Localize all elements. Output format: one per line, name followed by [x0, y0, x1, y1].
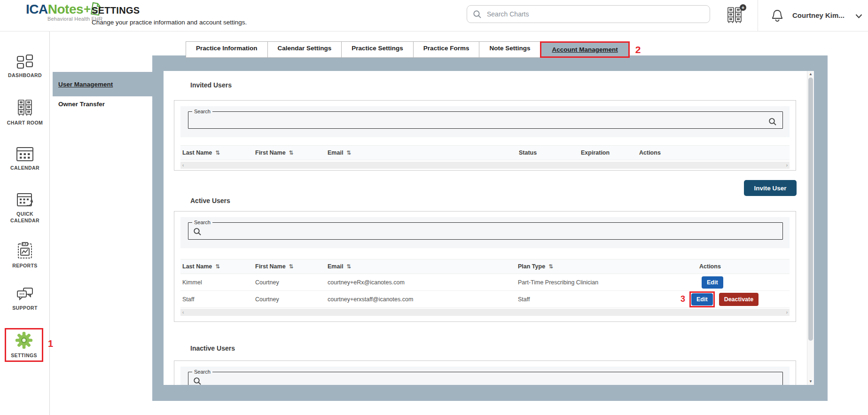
page-subtitle: Change your practice information and acc… — [92, 19, 247, 26]
reports-icon — [17, 242, 33, 259]
column-header: Last Name — [182, 149, 212, 156]
sort-icon[interactable]: ⇅ — [289, 263, 294, 270]
active-users-header-row: Last Name⇅ First Name⇅ Email⇅ Plan Type⇅… — [180, 259, 790, 274]
column-header: Status — [519, 149, 537, 156]
column-header: Expiration — [581, 149, 610, 156]
invite-user-button[interactable]: Invite User — [744, 180, 797, 196]
tab-calendar-settings[interactable]: Calendar Settings — [267, 41, 342, 58]
user-menu[interactable]: Courtney Kim... — [792, 11, 845, 19]
header-divider — [758, 0, 758, 31]
scrollbar-thumb[interactable] — [808, 78, 813, 341]
tab-note-settings[interactable]: Note Settings — [479, 41, 540, 58]
sidebar-item-label: CALENDAR — [7, 164, 43, 171]
inactive-users-heading: Inactive Users — [190, 345, 235, 352]
tab-account-management[interactable]: Account Management — [541, 43, 628, 56]
sidebar-item-settings[interactable]: SETTINGS — [0, 331, 49, 359]
chevron-down-icon[interactable] — [855, 14, 862, 19]
annotation-step-2: 2 — [635, 44, 641, 55]
inactive-search-input[interactable]: Search — [188, 369, 783, 385]
column-header: First Name — [255, 149, 286, 156]
sidebar-item-support[interactable]: SUPPORT — [0, 287, 50, 311]
cell-last-name: Staff — [182, 291, 194, 307]
cell-plan-type: Part-Time Prescribing Clinician — [518, 274, 598, 290]
sort-icon[interactable]: ⇅ — [548, 263, 553, 270]
inactive-search-area: Search — [180, 367, 790, 385]
settings-tabs: Practice Information Calendar Settings P… — [186, 41, 641, 58]
tab-practice-settings[interactable]: Practice Settings — [341, 41, 414, 58]
logo-wordmark: ICANotes+ — [26, 3, 102, 16]
sort-icon[interactable]: ⇅ — [346, 263, 351, 270]
sidebar-item-reports[interactable]: REPORTS — [0, 242, 50, 269]
sidebar-item-label: SETTINGS — [6, 352, 42, 359]
quick-calendar-icon — [16, 192, 34, 208]
sidebar-item-chart-room[interactable]: CHART ROOM — [0, 99, 50, 126]
sort-icon[interactable]: ⇅ — [215, 149, 220, 156]
notifications-bell-icon[interactable] — [770, 7, 785, 22]
card-vertical-scrollbar[interactable]: ▲ ▼ — [807, 71, 814, 385]
scroll-down-icon[interactable]: ▼ — [807, 379, 814, 384]
gear-icon — [15, 331, 33, 349]
search-icon — [768, 117, 777, 126]
column-header: Actions — [639, 149, 661, 156]
active-search-input[interactable]: Search — [188, 220, 783, 240]
top-bar: ICANotes+ Behavioral Health EHR SETTINGS… — [0, 0, 868, 31]
icanotes-logo[interactable]: ICANotes+ Behavioral Health EHR — [26, 3, 102, 22]
invited-users-table: Search Last Name⇅ First Name⇅ Email⇅ Sta… — [174, 100, 796, 171]
edit-button[interactable]: Edit — [691, 293, 713, 305]
sidebar-item-calendar[interactable]: CALENDAR — [0, 146, 50, 171]
main-sidebar: DASHBOARD CHART ROOM — [0, 31, 50, 415]
invited-users-heading: Invited Users — [190, 81, 232, 89]
scroll-up-icon[interactable]: ▲ — [807, 72, 814, 77]
sort-icon[interactable]: ⇅ — [346, 149, 351, 156]
annotation-step-3: 3 — [680, 294, 685, 304]
search-field-label: Search — [192, 109, 212, 114]
chat-bubbles-icon — [16, 287, 34, 302]
page-title: SETTINGS — [92, 5, 247, 16]
dashboard-icon — [16, 54, 33, 69]
scroll-right-icon[interactable]: › — [786, 309, 788, 315]
deactivate-button[interactable]: Deactivate — [719, 293, 759, 306]
tab-practice-information[interactable]: Practice Information — [186, 41, 268, 58]
cell-actions: Edit — [702, 274, 723, 290]
sidebar-item-quick-calendar[interactable]: QUICK CALENDAR — [0, 192, 50, 224]
sidebar-item-label: SUPPORT — [7, 305, 43, 311]
page-header: SETTINGS Change your practice informatio… — [92, 5, 247, 26]
active-horizontal-scrollbar[interactable]: ‹ › — [180, 309, 790, 316]
subnav-item-user-management[interactable]: User Management — [53, 72, 152, 96]
cell-plan-type: Staff — [518, 291, 530, 307]
sort-icon[interactable]: ⇅ — [289, 149, 294, 156]
invited-search-input[interactable]: Search — [188, 109, 783, 129]
sort-icon[interactable]: ⇅ — [215, 263, 220, 270]
column-header: Email — [328, 149, 343, 156]
new-chart-icon[interactable]: + — [727, 6, 745, 26]
sidebar-item-label: REPORTS — [7, 262, 43, 269]
annotation-box-edit: Edit — [689, 291, 715, 307]
subnav-item-label: User Management — [58, 81, 113, 88]
cell-email: courtney+erxstaff@icanotes.com — [328, 291, 413, 307]
invited-users-header-row: Last Name⇅ First Name⇅ Email⇅ Status Exp… — [180, 145, 790, 160]
sidebar-item-dashboard[interactable]: DASHBOARD — [0, 54, 50, 78]
plus-badge-icon: + — [740, 4, 746, 11]
column-header: Plan Type — [518, 263, 545, 270]
search-charts-box[interactable] — [467, 5, 710, 23]
scroll-left-icon[interactable]: ‹ — [182, 309, 184, 315]
invited-horizontal-scrollbar[interactable]: ‹ › — [180, 162, 790, 169]
scroll-left-icon[interactable]: ‹ — [182, 162, 184, 168]
annotation-box-account-management: Account Management — [540, 41, 629, 58]
cell-email: courtney+eRx@icanotes.com — [328, 274, 405, 290]
table-row: Kimmel Courtney courtney+eRx@icanotes.co… — [180, 274, 790, 291]
subnav-item-owner-transfer[interactable]: Owner Transfer — [58, 101, 105, 108]
search-charts-input[interactable] — [486, 10, 704, 18]
icanotes-settings-screen: ICANotes+ Behavioral Health EHR SETTINGS… — [0, 0, 868, 415]
inactive-users-table: Search — [174, 360, 796, 385]
file-cabinets-icon — [16, 99, 33, 117]
active-users-table: Search Last Name⇅ First Name⇅ Email⇅ Pla… — [174, 211, 796, 322]
logo-text-notes: Notes — [48, 3, 83, 16]
invited-search-area: Search — [180, 106, 790, 137]
annotation-box-settings: SETTINGS — [5, 328, 43, 362]
edit-button[interactable]: Edit — [702, 276, 723, 289]
tab-practice-forms[interactable]: Practice Forms — [413, 41, 480, 58]
search-field-label: Search — [192, 369, 212, 375]
user-management-card: Invited Users Search Last Name⇅ First Na… — [164, 71, 814, 385]
scroll-right-icon[interactable]: › — [786, 162, 788, 168]
